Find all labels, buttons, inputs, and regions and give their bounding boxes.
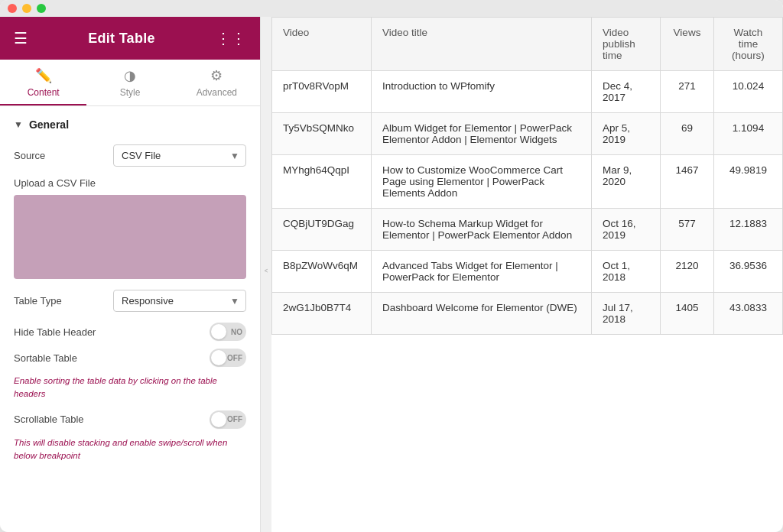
- table-type-control: Responsive Fixed ▼: [113, 290, 246, 312]
- collapse-arrow-icon[interactable]: ▼: [14, 119, 23, 130]
- table-type-label: Table Type: [14, 295, 113, 307]
- col-header-video: Video: [272, 18, 372, 71]
- table-type-select-wrapper: Responsive Fixed ▼: [113, 290, 246, 312]
- app-window: ☰ Edit Table ⋮⋮ ✏️ Content ◑ Style ⚙ Adv…: [0, 0, 783, 532]
- source-control: CSV File Manual ▼: [113, 144, 246, 167]
- cell-video: prT0v8RVopM: [272, 71, 372, 113]
- source-select-wrapper: CSV File Manual ▼: [113, 144, 246, 167]
- resize-handle-icon: ˂: [263, 268, 269, 282]
- cell-video: MYhgh64QqpI: [272, 155, 372, 209]
- table-row: Ty5VbSQMNkoAlbum Widget for Elementor | …: [272, 113, 783, 155]
- minimize-button[interactable]: [22, 4, 31, 13]
- cell-title: How to Customize WooCommerce Cart Page u…: [372, 155, 592, 209]
- cell-title: How-to Schema Markup Widget for Elemento…: [372, 209, 592, 251]
- cell-publish: Oct 1, 2018: [592, 251, 661, 293]
- source-label: Source: [14, 150, 113, 161]
- cell-watch: 1.1094: [714, 113, 783, 155]
- cell-views: 69: [661, 113, 714, 155]
- tab-content-label: Content: [28, 87, 60, 98]
- table-row: CQBjUT9DGagHow-to Schema Markup Widget f…: [272, 209, 783, 251]
- tab-advanced-label: Advanced: [197, 87, 237, 98]
- scrollable-row: Scrollable Table OFF: [14, 410, 246, 429]
- sortable-help-text: Enable sorting the table data by clickin…: [14, 375, 246, 401]
- table-row: prT0v8RVopMIntroduction to WPfomifyDec 4…: [272, 71, 783, 113]
- hide-header-row: Hide Table Header NO: [14, 323, 246, 341]
- cell-watch: 12.1883: [714, 209, 783, 251]
- cell-views: 1405: [661, 293, 714, 335]
- table-type-select[interactable]: Responsive Fixed: [113, 290, 246, 312]
- hide-header-toggle-text: NO: [231, 328, 242, 336]
- cell-publish: Jul 17, 2018: [592, 293, 661, 335]
- cell-views: 271: [661, 71, 714, 113]
- cell-title: Advanced Tabs Widget for Elementor | Pow…: [372, 251, 592, 293]
- cell-publish: Oct 16, 2019: [592, 209, 661, 251]
- sidebar: ☰ Edit Table ⋮⋮ ✏️ Content ◑ Style ⚙ Adv…: [0, 17, 261, 532]
- table-row: B8pZWoWv6qMAdvanced Tabs Widget for Elem…: [272, 251, 783, 293]
- grid-icon[interactable]: ⋮⋮: [216, 29, 246, 47]
- hide-header-toggle[interactable]: NO: [210, 323, 246, 341]
- header-row: Video Video title Video publish time Vie…: [272, 18, 783, 71]
- sortable-toggle-text: OFF: [227, 354, 242, 362]
- table-type-field-row: Table Type Responsive Fixed ▼: [14, 290, 246, 312]
- scrollable-knob: [211, 412, 226, 427]
- sidebar-body: ▼ General Source CSV File Manual ▼: [0, 106, 260, 532]
- sortable-row: Sortable Table OFF: [14, 349, 246, 367]
- pencil-icon: ✏️: [35, 67, 52, 84]
- source-field-row: Source CSV File Manual ▼: [14, 144, 246, 167]
- section-general-header: ▼ General: [14, 118, 246, 131]
- sortable-label: Sortable Table: [14, 352, 77, 364]
- col-header-title: Video title: [372, 18, 592, 71]
- tab-advanced[interactable]: ⚙ Advanced: [174, 60, 260, 105]
- sidebar-title: Edit Table: [88, 31, 155, 47]
- cell-watch: 10.024: [714, 71, 783, 113]
- gear-icon: ⚙: [210, 67, 223, 84]
- contrast-icon: ◑: [124, 67, 136, 84]
- table-row: MYhgh64QqpIHow to Customize WooCommerce …: [272, 155, 783, 209]
- cell-watch: 43.0833: [714, 293, 783, 335]
- cell-publish: Apr 5, 2019: [592, 113, 661, 155]
- table-body: prT0v8RVopMIntroduction to WPfomifyDec 4…: [272, 71, 783, 335]
- sidebar-tabs: ✏️ Content ◑ Style ⚙ Advanced: [0, 60, 260, 106]
- cell-title: Album Widget for Elementor | PowerPack E…: [372, 113, 592, 155]
- source-select[interactable]: CSV File Manual: [113, 144, 246, 167]
- cell-video: Ty5VbSQMNko: [272, 113, 372, 155]
- tab-content[interactable]: ✏️ Content: [0, 60, 86, 105]
- col-header-views: Views: [661, 18, 714, 71]
- hide-header-label: Hide Table Header: [14, 326, 96, 338]
- section-general-label: General: [29, 118, 69, 131]
- cell-views: 577: [661, 209, 714, 251]
- cell-publish: Mar 9, 2020: [592, 155, 661, 209]
- cell-video: 2wG1Jb0B7T4: [272, 293, 372, 335]
- upload-label: Upload a CSV File: [14, 177, 246, 189]
- tab-style-label: Style: [120, 87, 141, 98]
- table-area: Video Video title Video publish time Vie…: [271, 17, 783, 532]
- hide-header-knob: [211, 324, 226, 339]
- scrollable-label: Scrollable Table: [14, 414, 84, 425]
- scrollable-toggle-text: OFF: [227, 415, 242, 423]
- resize-handle[interactable]: ˂: [261, 17, 271, 532]
- titlebar: [0, 0, 783, 17]
- cell-watch: 49.9819: [714, 155, 783, 209]
- scrollable-toggle[interactable]: OFF: [210, 410, 246, 429]
- data-table: Video Video title Video publish time Vie…: [271, 17, 783, 335]
- scrollable-help-text: This will disable stacking and enable sw…: [14, 436, 246, 463]
- col-header-watch: Watch time (hours): [714, 18, 783, 71]
- table-row: 2wG1Jb0B7T4Dashboard Welcome for Element…: [272, 293, 783, 335]
- cell-views: 2120: [661, 251, 714, 293]
- sortable-toggle[interactable]: OFF: [210, 349, 246, 367]
- cell-title: Introduction to WPfomify: [372, 71, 592, 113]
- cell-watch: 36.9536: [714, 251, 783, 293]
- cell-video: CQBjUT9DGag: [272, 209, 372, 251]
- cell-views: 1467: [661, 155, 714, 209]
- hamburger-icon[interactable]: ☰: [14, 29, 28, 47]
- close-button[interactable]: [8, 4, 17, 13]
- sortable-knob: [211, 350, 226, 365]
- sidebar-header: ☰ Edit Table ⋮⋮: [0, 17, 260, 60]
- col-header-publish: Video publish time: [592, 18, 661, 71]
- cell-title: Dashboard Welcome for Elementor (DWE): [372, 293, 592, 335]
- upload-area[interactable]: [14, 195, 246, 279]
- table-header: Video Video title Video publish time Vie…: [272, 18, 783, 71]
- tab-style[interactable]: ◑ Style: [86, 60, 173, 105]
- main-content: ☰ Edit Table ⋮⋮ ✏️ Content ◑ Style ⚙ Adv…: [0, 17, 783, 532]
- maximize-button[interactable]: [37, 4, 46, 13]
